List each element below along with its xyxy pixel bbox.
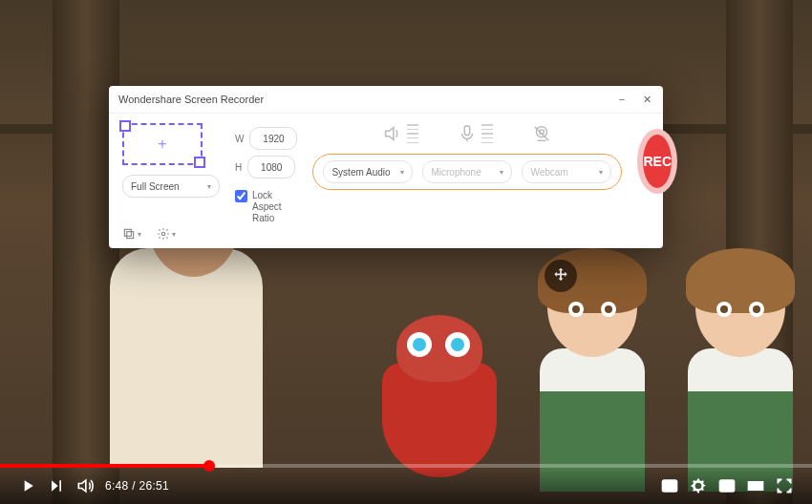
svg-rect-4 [127,232,134,239]
width-input[interactable] [249,127,297,150]
settings-gear-button[interactable] [684,472,713,500]
system-audio-label: System Audio [331,167,390,178]
plus-icon: + [158,136,166,153]
move-handle[interactable] [545,260,577,292]
chevron-down-icon: ▾ [400,168,404,177]
svg-rect-0 [465,126,471,136]
play-button[interactable] [13,472,42,500]
svg-rect-8 [727,486,733,490]
chevron-down-icon: ▾ [500,168,503,177]
recorder-titlebar[interactable]: Wondershare Screen Recorder − ✕ [109,86,663,114]
svg-rect-6 [663,480,677,492]
lock-aspect-label: Lock Aspect Ratio [252,190,297,224]
record-button-label: REC [643,154,672,169]
capture-mode-label: Full Screen [131,181,180,192]
time-total: 26:51 [139,479,169,493]
window-minimize-button[interactable]: − [615,93,629,106]
fullscreen-button[interactable] [770,472,799,500]
lock-aspect-checkbox[interactable] [235,190,247,202]
lock-aspect-ratio[interactable]: Lock Aspect Ratio [235,190,297,224]
character-girl [669,258,812,496]
record-button[interactable]: REC [637,129,677,194]
capture-area-selector[interactable]: + [122,123,203,165]
svg-point-5 [161,232,165,236]
chevron-down-icon: ▾ [207,182,211,191]
webcam-dropdown[interactable]: Webcam ▾ [522,160,611,183]
time-current: 6:48 [105,479,129,493]
chevron-down-icon: ▾ [599,168,603,177]
microphone-label: Microphone [431,167,481,178]
miniplayer-button[interactable] [713,472,741,500]
system-audio-dropdown[interactable]: System Audio ▾ [323,160,413,183]
character-boy [521,258,664,496]
speaker-icon [382,123,418,144]
theater-mode-button[interactable] [741,472,770,500]
capture-mode-dropdown[interactable]: Full Screen ▾ [122,175,220,198]
audio-source-highlight: System Audio ▾ Microphone ▾ Webcam ▾ [312,154,622,190]
video-frame-background [0,0,812,504]
microphone-dropdown[interactable]: Microphone ▾ [422,160,512,183]
svg-rect-3 [124,229,131,236]
character-robot [373,305,506,477]
recorder-title: Wondershare Screen Recorder [118,94,264,105]
webcam-icon [531,123,552,144]
webcam-label: Webcam [530,167,567,178]
settings-button[interactable]: ▾ [157,227,176,241]
captions-button[interactable] [655,472,684,500]
volume-button[interactable] [71,472,99,500]
microphone-icon [457,123,493,144]
svg-point-1 [537,127,547,137]
width-label: W [235,134,244,144]
height-label: H [235,162,242,173]
next-button[interactable] [42,472,71,500]
height-input[interactable] [247,156,295,178]
window-close-button[interactable]: ✕ [640,93,653,106]
output-settings-button[interactable]: ▾ [122,227,141,241]
video-player-controls: 6:48 / 26:51 [0,468,812,504]
time-display: 6:48 / 26:51 [105,479,169,493]
recorder-window: Wondershare Screen Recorder − ✕ + Full S… [109,86,663,248]
svg-rect-9 [749,482,763,490]
